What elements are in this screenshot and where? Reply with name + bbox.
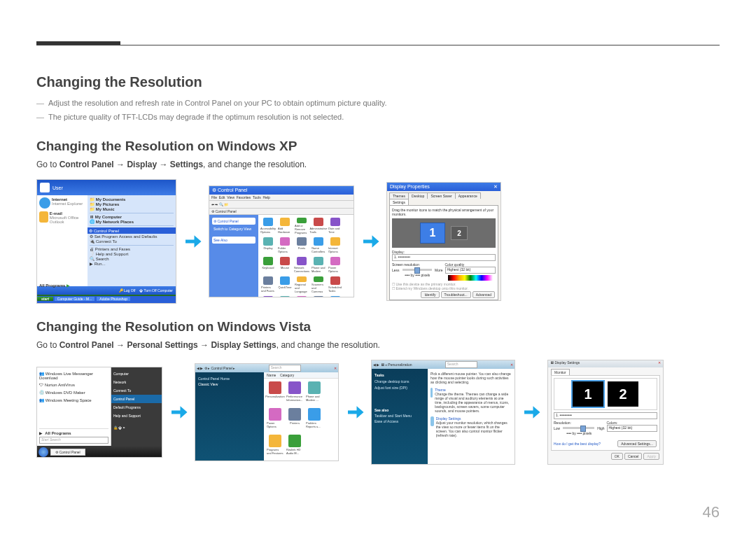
- taskbar[interactable]: start Computer Guide - M... Adobe Photos…: [37, 295, 176, 303]
- tab[interactable]: Screen Saver: [427, 192, 455, 199]
- start-item[interactable]: ❔ Help and Support: [90, 251, 174, 256]
- advanced-button[interactable]: Advanced: [472, 291, 495, 298]
- menu-item[interactable]: File: [211, 195, 217, 199]
- addressbar[interactable]: ⚙ Control Panel: [209, 209, 354, 215]
- shutdown-button[interactable]: ⏻ Turn Off Computer: [139, 288, 173, 293]
- display-dropdown[interactable]: 1. ••••••••••: [554, 412, 657, 419]
- start-item[interactable]: Default Programs: [113, 403, 160, 412]
- cp-icon[interactable]: Add or Remove Programs: [295, 218, 309, 234]
- start-item[interactable]: 🛡 Norton AntiVirus: [39, 381, 108, 388]
- start-item[interactable]: InternetInternet Explorer: [39, 197, 85, 209]
- logoff-button[interactable]: 🔑 Log Off: [119, 288, 136, 293]
- cp-icon[interactable]: Accessibility Options: [261, 218, 275, 234]
- monitor-2[interactable]: 2: [608, 381, 638, 407]
- cp-icon[interactable]: Taskbar and Start Menu: [328, 296, 342, 297]
- cp-icon[interactable]: Speech: [295, 296, 309, 297]
- start-search[interactable]: Start Search: [39, 437, 108, 444]
- cp-icon[interactable]: Scheduled Tasks: [328, 276, 342, 293]
- display-dropdown[interactable]: 1. ••••••••••: [392, 254, 496, 261]
- cp-icon[interactable]: Programs and Features: [267, 435, 284, 458]
- cp-icon[interactable]: Printers and Faxes: [261, 276, 275, 293]
- taskbar-item[interactable]: ⚙ Control Panel: [50, 449, 85, 456]
- identify-button[interactable]: Identify: [421, 291, 439, 298]
- monitor-layout[interactable]: 1 2: [392, 218, 496, 248]
- start-item[interactable]: 💿 Windows DVD Maker: [39, 388, 108, 396]
- see-also-link[interactable]: Ease of Access: [374, 419, 425, 423]
- start-item[interactable]: Computer: [113, 370, 160, 378]
- cp-icon[interactable]: Keyboard: [261, 257, 275, 274]
- cancel-button[interactable]: Cancel: [624, 453, 643, 460]
- apply-button[interactable]: Apply: [643, 453, 659, 460]
- cp-icon[interactable]: Phone and Modem ...: [306, 381, 323, 405]
- help-link[interactable]: How do I get the best display?: [554, 442, 601, 446]
- cp-icon[interactable]: Network Connections: [295, 257, 309, 274]
- cp-icon[interactable]: Power Options: [267, 408, 284, 432]
- all-programs-button[interactable]: ▶ All Programs: [39, 428, 108, 435]
- cp-icon[interactable]: System: [312, 296, 326, 297]
- cp-icon[interactable]: Internet Options: [328, 237, 342, 254]
- start-orb[interactable]: [38, 447, 48, 457]
- tab[interactable]: Monitor: [551, 369, 570, 375]
- taskbar-item[interactable]: Computer Guide - M...: [54, 296, 95, 302]
- menu-item[interactable]: Help: [263, 195, 270, 199]
- monitor-layout[interactable]: 1 2: [554, 378, 657, 410]
- ok-button[interactable]: OK: [611, 453, 623, 460]
- cp-icon[interactable]: Date and Time: [328, 218, 342, 234]
- cp-icon[interactable]: Problem Reports a...: [306, 408, 323, 432]
- menu-item[interactable]: Favorites: [237, 195, 251, 199]
- cp-icon[interactable]: Security Center: [261, 296, 275, 297]
- start-item-highlight[interactable]: ⚙ Control Panel: [88, 227, 176, 234]
- breadcrumb[interactable]: Control Panel ▸: [211, 366, 236, 370]
- see-also-link[interactable]: Taskbar and Start Menu: [374, 414, 425, 418]
- cp-icon[interactable]: Add Hardware: [278, 218, 292, 234]
- taskbar[interactable]: ⚙ Control Panel: [37, 446, 162, 458]
- start-item[interactable]: Network: [113, 378, 160, 386]
- cp-icon[interactable]: Performance Information...: [286, 381, 303, 405]
- cp-icon[interactable]: Power Options: [328, 257, 342, 274]
- task-link[interactable]: Change desktop icons: [374, 379, 425, 384]
- close-icon[interactable]: ✕: [493, 184, 498, 190]
- start-item[interactable]: ⚙ Set Program Access and Defaults: [90, 234, 174, 239]
- classic-view-link[interactable]: Classic View: [198, 382, 261, 386]
- start-button[interactable]: start: [37, 297, 53, 301]
- menu-item[interactable]: Edit: [219, 195, 225, 199]
- cp-icon[interactable]: Regional and Language: [295, 276, 309, 293]
- cp-icon[interactable]: Printers: [286, 408, 303, 432]
- taskbar-item[interactable]: Adobe Photoshop: [96, 296, 131, 302]
- cp-icon[interactable]: Sounds and Audio Devices: [278, 296, 292, 297]
- start-item[interactable]: 📁 My Pictures: [90, 202, 174, 206]
- close-icon[interactable]: ✕: [334, 366, 337, 370]
- start-item[interactable]: Connect To: [113, 386, 160, 395]
- cp-icon[interactable]: Personalization: [267, 381, 284, 405]
- start-item[interactable]: Help and Support: [113, 412, 160, 420]
- all-programs-button[interactable]: All Programs ▶: [39, 283, 70, 288]
- tab[interactable]: Appearance: [455, 192, 481, 199]
- search-input[interactable]: Search: [445, 361, 477, 368]
- color-dropdown[interactable]: Highest (32 bit): [445, 267, 496, 274]
- menu-item[interactable]: Tools: [253, 195, 261, 199]
- toolbar[interactable]: ⬅ ➡ 🔍 📁: [209, 201, 354, 209]
- start-item[interactable]: 👥 Windows Meeting Space: [39, 396, 108, 404]
- start-item[interactable]: 🔌 Connect To: [90, 239, 174, 244]
- advanced-button[interactable]: Advanced Settings...: [617, 440, 657, 447]
- tab[interactable]: Themes: [389, 192, 409, 199]
- close-icon[interactable]: ✕: [658, 360, 661, 367]
- tab[interactable]: Settings: [389, 199, 409, 205]
- breadcrumb[interactable]: « Personalization: [385, 363, 412, 367]
- cp-icon[interactable]: Scanners and Cameras: [312, 276, 326, 293]
- cp-icon[interactable]: Folder Options: [278, 237, 292, 254]
- cp-icon[interactable]: Realtek HD Audio M...: [286, 435, 303, 458]
- cp-icon[interactable]: Phone and Modem: [312, 257, 326, 274]
- side-link[interactable]: Switch to Category View: [212, 227, 255, 231]
- task-link[interactable]: Adjust font size (DPI): [374, 386, 425, 390]
- cp-icon[interactable]: Fonts: [295, 237, 309, 254]
- start-item[interactable]: 🌐 My Network Places: [90, 219, 174, 224]
- color-dropdown[interactable]: Highest (32 bit): [607, 425, 658, 432]
- close-icon[interactable]: ✕: [510, 363, 513, 367]
- cp-icon[interactable]: Administrative Tools: [312, 218, 326, 234]
- monitor-1[interactable]: 1: [420, 223, 445, 244]
- monitor-1[interactable]: 1: [573, 381, 603, 407]
- tab[interactable]: Desktop: [408, 192, 428, 199]
- start-item-highlight[interactable]: Control Panel: [111, 395, 162, 403]
- cp-icon[interactable]: QuickTime: [278, 276, 292, 293]
